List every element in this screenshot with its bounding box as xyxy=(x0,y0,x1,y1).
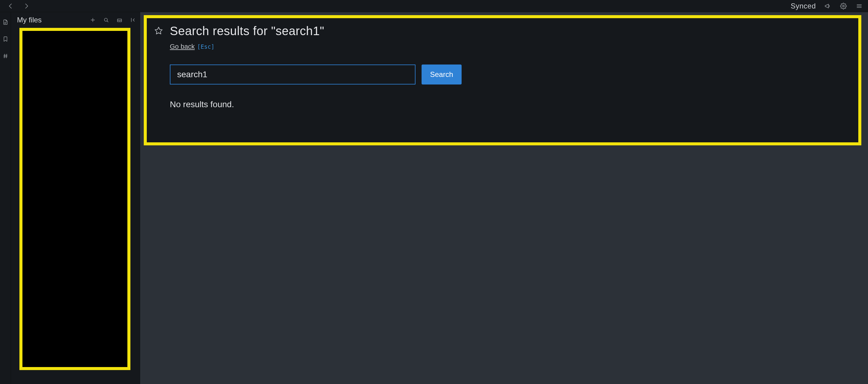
file-icon[interactable] xyxy=(2,19,9,26)
search-input[interactable] xyxy=(170,65,415,84)
add-icon[interactable] xyxy=(90,16,96,23)
file-sidebar-header: My files xyxy=(11,12,140,28)
search-results-panel: Search results for "search1" Go back [Es… xyxy=(144,15,861,145)
svg-marker-16 xyxy=(155,27,162,34)
file-sidebar-title: My files xyxy=(17,16,41,24)
content-column: Search results for "search1" Go back [Es… xyxy=(140,12,868,384)
gear-icon[interactable] xyxy=(839,2,847,10)
back-icon[interactable] xyxy=(7,2,14,10)
search-icon[interactable] xyxy=(103,16,110,23)
go-back-esc-hint: [Esc] xyxy=(197,43,214,50)
hash-icon[interactable] xyxy=(2,53,9,59)
go-back-link[interactable]: Go back xyxy=(170,43,195,50)
collapse-icon[interactable] xyxy=(129,16,136,23)
mini-icon-strip xyxy=(0,12,11,384)
svg-line-8 xyxy=(4,54,5,58)
search-form-row: Search xyxy=(170,65,846,84)
bookmark-icon[interactable] xyxy=(2,36,9,42)
file-sidebar-actions xyxy=(90,16,136,23)
highlight-box-sidebar xyxy=(20,28,130,370)
no-results-text: No results found. xyxy=(170,100,846,109)
svg-line-13 xyxy=(107,21,108,22)
search-button[interactable]: Search xyxy=(422,65,462,84)
forward-icon[interactable] xyxy=(23,2,30,10)
topbar-right-group: Synced xyxy=(790,2,863,10)
sync-status: Synced xyxy=(790,2,816,10)
go-back-row: Go back [Esc] xyxy=(170,43,846,50)
search-results-body: Search results for "search1" Go back [Es… xyxy=(170,24,846,133)
file-tree-area xyxy=(20,28,134,379)
topbar-nav-group xyxy=(7,2,30,10)
file-sidebar: My files xyxy=(11,12,140,384)
svg-point-0 xyxy=(842,5,844,7)
content-spacer xyxy=(144,145,861,384)
topbar: Synced xyxy=(0,0,868,12)
star-icon[interactable] xyxy=(154,26,164,133)
search-results-title: Search results for "search1" xyxy=(170,24,846,38)
megaphone-icon[interactable] xyxy=(824,2,832,10)
menu-icon[interactable] xyxy=(855,2,863,10)
svg-line-9 xyxy=(6,54,7,58)
inbox-icon[interactable] xyxy=(116,16,123,23)
